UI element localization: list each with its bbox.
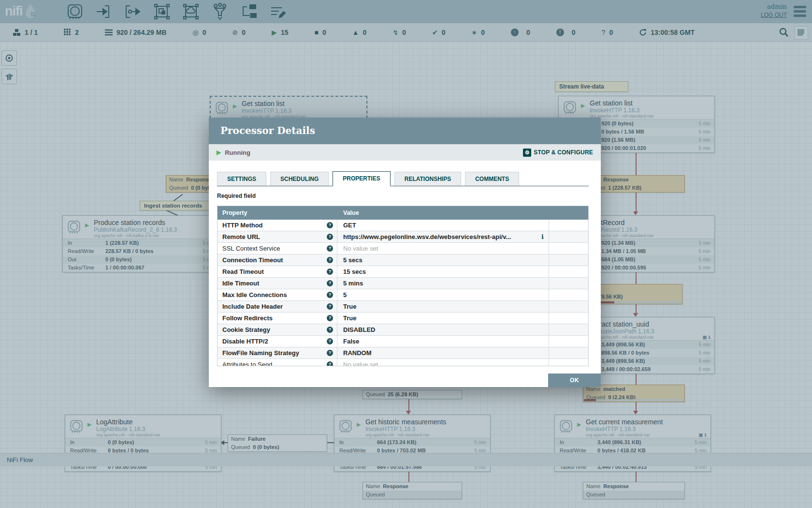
property-value: 5 secs xyxy=(337,254,549,266)
properties-table-body: HTTP Method? GET Remote URL? https://www… xyxy=(218,220,588,366)
help-icon[interactable]: ? xyxy=(327,245,333,252)
property-value: 5 mins xyxy=(337,278,549,289)
gear-icon: ⚙ xyxy=(523,149,531,157)
property-row: Read Timeout? 15 secs xyxy=(218,266,588,278)
processor-details-dialog: Processor Details ▶ Running ⚙ STOP & CON… xyxy=(209,118,601,387)
help-icon[interactable]: ? xyxy=(327,361,333,366)
property-row: Remote URL? https://www.pegelonline.wsv.… xyxy=(218,231,588,243)
help-icon[interactable]: ? xyxy=(327,234,333,240)
property-value: False xyxy=(337,336,549,347)
property-row: Include Date Header? True xyxy=(218,301,588,313)
property-row: FlowFile Naming Strategy? RANDOM xyxy=(218,347,588,359)
running-status-icon: ▶ xyxy=(217,149,221,156)
help-icon[interactable]: ? xyxy=(327,222,333,228)
dialog-header: Processor Details xyxy=(209,118,601,144)
property-row: Disable HTTP/2? False xyxy=(218,336,588,347)
property-row: SSL Context Service? No value set xyxy=(218,243,588,254)
help-icon[interactable]: ? xyxy=(327,303,333,310)
property-value: RANDOM xyxy=(337,347,549,359)
info-icon[interactable]: i xyxy=(541,231,544,242)
help-icon[interactable]: ? xyxy=(327,338,333,344)
help-icon[interactable]: ? xyxy=(327,269,333,275)
dialog-tabs: SETTINGSSCHEDULINGPROPERTIESRELATIONSHIP… xyxy=(217,171,589,186)
running-status-text: Running xyxy=(225,149,250,156)
property-value: True xyxy=(337,301,549,312)
property-value: DISABLED xyxy=(337,324,549,335)
property-row: Max Idle Connections? 5 xyxy=(218,289,588,301)
property-row: Attributes to Send? No value set xyxy=(218,359,588,366)
dialog-title: Processor Details xyxy=(209,118,601,144)
dialog-status-bar: ▶ Running ⚙ STOP & CONFIGURE xyxy=(209,144,601,161)
properties-table-header: Property Value xyxy=(218,206,588,220)
property-row: Follow Redirects? True xyxy=(218,313,588,324)
help-icon[interactable]: ? xyxy=(327,315,333,321)
property-value: No value set xyxy=(337,359,549,366)
value-column-header: Value xyxy=(343,206,359,220)
help-icon[interactable]: ? xyxy=(327,350,333,356)
property-row: Idle Timeout? 5 mins xyxy=(218,278,588,289)
properties-table: Property Value HTTP Method? GET Remote U… xyxy=(217,206,589,366)
help-icon[interactable]: ? xyxy=(327,292,333,298)
property-row: Connection Timeout? 5 secs xyxy=(218,254,588,266)
tab-comments[interactable]: COMMENTS xyxy=(465,172,519,186)
tab-properties[interactable]: PROPERTIES xyxy=(333,171,390,186)
property-value: 15 secs xyxy=(337,266,549,277)
help-icon[interactable]: ? xyxy=(327,327,333,333)
property-value: No value set xyxy=(337,243,549,254)
property-value: True xyxy=(337,313,549,324)
tab-settings[interactable]: SETTINGS xyxy=(217,172,266,186)
property-row: HTTP Method? GET xyxy=(218,220,588,231)
property-value: 5 xyxy=(337,289,549,300)
nifi-app: nifi xyxy=(0,0,812,508)
ok-button[interactable]: OK xyxy=(548,374,601,387)
property-value: GET xyxy=(337,220,549,231)
property-column-header: Property xyxy=(222,206,247,220)
required-field-note: Required field xyxy=(217,193,256,199)
help-icon[interactable]: ? xyxy=(327,257,333,263)
tab-relationships[interactable]: RELATIONSHIPS xyxy=(394,172,461,186)
property-value: https://www.pegelonline.wsv.de/webservic… xyxy=(337,231,549,242)
tab-scheduling[interactable]: SCHEDULING xyxy=(270,172,329,186)
property-row: Cookie Strategy? DISABLED xyxy=(218,324,588,336)
stop-and-configure-button[interactable]: ⚙ STOP & CONFIGURE xyxy=(523,149,593,157)
help-icon[interactable]: ? xyxy=(327,280,333,286)
